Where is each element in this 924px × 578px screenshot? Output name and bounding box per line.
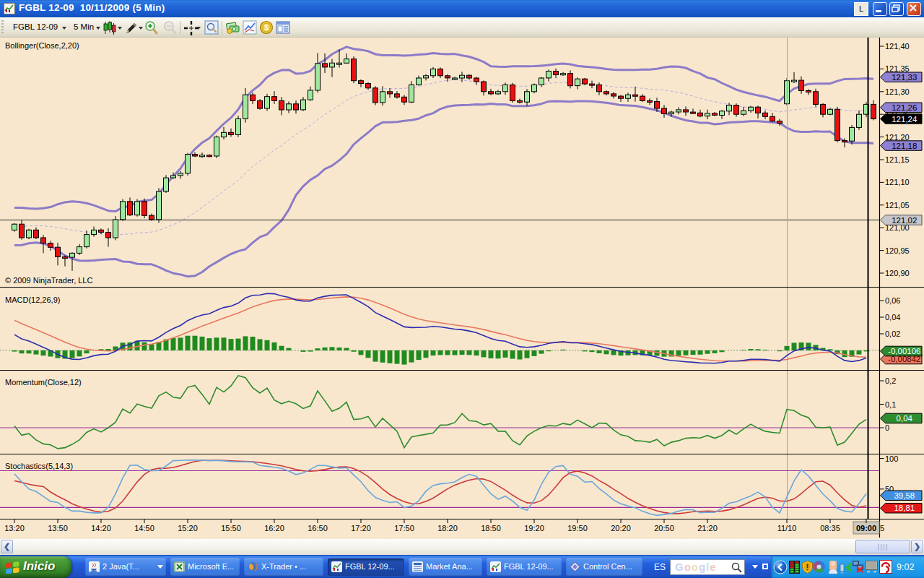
svg-text:Stochastics(5,14,3): Stochastics(5,14,3) (5, 462, 73, 470)
svg-text:15:50: 15:50 (221, 524, 241, 532)
svg-text:16:20: 16:20 (264, 524, 284, 532)
svg-text:18:20: 18:20 (437, 524, 458, 532)
svg-text:121,40: 121,40 (885, 42, 910, 51)
svg-text:17:20: 17:20 (351, 524, 371, 532)
svg-text:0,04: 0,04 (897, 414, 913, 423)
svg-text:20:50: 20:50 (654, 524, 674, 532)
svg-text:-0,00106: -0,00106 (888, 347, 920, 355)
svg-text:0,1: 0,1 (885, 400, 896, 409)
svg-text:121,05: 121,05 (885, 201, 910, 210)
svg-text:0,02: 0,02 (885, 329, 900, 338)
svg-text:15:20: 15:20 (178, 524, 198, 532)
svg-text:121,15: 121,15 (885, 155, 910, 164)
svg-text:08:35: 08:35 (820, 524, 840, 532)
svg-text:18,81: 18,81 (894, 504, 915, 512)
svg-text:121,10: 121,10 (885, 178, 910, 186)
svg-text:121,18: 121,18 (892, 142, 917, 150)
svg-text:0,06: 0,06 (885, 296, 900, 305)
svg-text:120,95: 120,95 (885, 246, 910, 255)
svg-text:14:50: 14:50 (134, 524, 154, 532)
svg-text:121,02: 121,02 (892, 216, 917, 225)
svg-text:121,20: 121,20 (885, 133, 910, 142)
svg-text:120,90: 120,90 (885, 269, 910, 277)
svg-text:Momentum(Close,12): Momentum(Close,12) (5, 378, 82, 387)
svg-text:Bollinger(Close,2,20): Bollinger(Close,2,20) (5, 41, 79, 50)
svg-text:100: 100 (885, 454, 898, 463)
svg-text:MACD(12,26,9): MACD(12,26,9) (5, 296, 60, 304)
svg-text:21:20: 21:20 (697, 524, 718, 532)
svg-text:5: 5 (880, 524, 884, 532)
svg-text:11/10: 11/10 (777, 524, 797, 532)
svg-text:121,30: 121,30 (885, 87, 910, 96)
svg-text:14:20: 14:20 (91, 524, 111, 532)
svg-text:13:20: 13:20 (4, 524, 25, 532)
svg-text:13:50: 13:50 (48, 524, 68, 532)
svg-text:0,04: 0,04 (885, 313, 900, 322)
svg-text:20:20: 20:20 (611, 524, 631, 532)
svg-text:0: 0 (885, 423, 889, 432)
svg-text:17:50: 17:50 (394, 524, 414, 532)
svg-text:121,33: 121,33 (892, 73, 917, 82)
svg-text:121,24: 121,24 (892, 115, 918, 124)
svg-text:0,2: 0,2 (885, 376, 896, 385)
svg-text:19:50: 19:50 (567, 524, 588, 532)
svg-text:$: $ (264, 23, 269, 32)
svg-text:16:50: 16:50 (308, 524, 328, 532)
svg-text:121,26: 121,26 (892, 103, 917, 112)
svg-text:09:00: 09:00 (856, 524, 876, 532)
svg-text:© 2009 NinjaTrader, LLC: © 2009 NinjaTrader, LLC (5, 276, 92, 285)
svg-text:39,58: 39,58 (894, 491, 915, 500)
svg-text:19:20: 19:20 (524, 524, 544, 532)
svg-text:18:50: 18:50 (481, 524, 501, 532)
